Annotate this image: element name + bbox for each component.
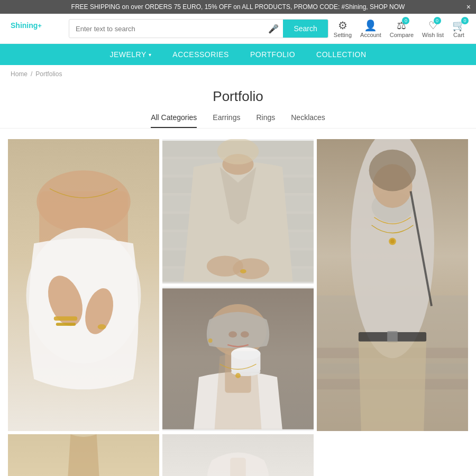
svg-point-23 <box>240 269 246 273</box>
microphone-icon[interactable]: 🎤 <box>264 24 283 34</box>
search-bar: 🎤 Search <box>69 19 328 38</box>
header: Shining+ 🎤 Search ⚙ Setting 👤 Account ⚖ … <box>0 14 476 44</box>
banner-text: FREE SHIPPING on over ORDERS 75 EURO, 15… <box>71 3 405 11</box>
logo-text: Shining <box>11 21 38 30</box>
svg-point-20 <box>217 139 259 164</box>
portfolio-item-1[interactable] <box>8 139 159 431</box>
svg-point-42 <box>228 331 237 337</box>
wishlist-label: Wish list <box>422 32 444 38</box>
tab-necklaces[interactable]: Necklaces <box>291 113 325 128</box>
page-title: Portfolio <box>0 88 476 105</box>
nav-accessories[interactable]: ACCESSORIES <box>172 50 229 59</box>
account-label: Account <box>360 32 381 38</box>
breadcrumb-separator: / <box>31 70 32 78</box>
portfolio-item-2[interactable] <box>162 139 314 283</box>
nav-portfolio-label: PORTFOLIO <box>250 50 295 59</box>
portfolio-item-4[interactable] <box>162 287 314 431</box>
account-icon: 👤 <box>364 19 377 32</box>
portfolio-item-3[interactable] <box>317 139 468 431</box>
svg-point-48 <box>208 338 213 343</box>
wishlist-icon: ♡ 0 <box>428 19 438 32</box>
svg-point-32 <box>369 150 416 191</box>
setting-label: Setting <box>334 32 352 38</box>
setting-action[interactable]: ⚙ Setting <box>334 19 352 38</box>
breadcrumb-current: Portfolios <box>35 70 62 78</box>
nav-accessories-label: ACCESSORIES <box>172 50 229 59</box>
portfolio-image-1 <box>8 139 159 431</box>
nav-collection[interactable]: COLLECTION <box>316 50 366 59</box>
search-input[interactable] <box>69 21 264 37</box>
cart-badge: 0 <box>461 17 469 24</box>
portfolio-item-6[interactable] <box>162 434 314 476</box>
svg-rect-7 <box>56 323 76 326</box>
wishlist-badge: 0 <box>434 17 441 24</box>
logo-plus: + <box>38 22 42 30</box>
svg-rect-35 <box>387 331 398 343</box>
svg-point-37 <box>390 239 395 243</box>
nav-jewelry-label: JEWELRY <box>109 50 146 59</box>
breadcrumb-home[interactable]: Home <box>11 70 28 78</box>
banner-close-button[interactable]: × <box>466 3 471 11</box>
cart-action[interactable]: 🛒 0 Cart <box>452 19 465 38</box>
nav-collection-label: COLLECTION <box>316 50 366 59</box>
tab-rings[interactable]: Rings <box>256 113 275 128</box>
svg-point-47 <box>235 373 241 378</box>
svg-point-8 <box>98 324 106 329</box>
cart-icon: 🛒 0 <box>452 19 465 32</box>
header-actions: ⚙ Setting 👤 Account ⚖ 0 Compare ♡ 0 Wish… <box>334 19 465 38</box>
jewelry-arrow-icon: ▾ <box>149 52 152 58</box>
portfolio-item-5[interactable] <box>8 434 159 476</box>
svg-point-43 <box>241 331 249 337</box>
portfolio-image-4 <box>162 287 314 431</box>
compare-icon: ⚖ 0 <box>397 19 406 32</box>
account-action[interactable]: 👤 Account <box>360 19 381 38</box>
compare-label: Compare <box>390 32 414 38</box>
compare-badge: 0 <box>402 17 409 24</box>
portfolio-grid <box>0 139 476 476</box>
svg-point-22 <box>233 258 269 279</box>
search-button[interactable]: Search <box>283 20 327 38</box>
portfolio-image-2 <box>162 139 314 283</box>
tab-earrings[interactable]: Earrings <box>213 113 240 128</box>
nav-portfolio[interactable]: PORTFOLIO <box>250 50 295 59</box>
compare-action[interactable]: ⚖ 0 Compare <box>390 19 414 38</box>
navbar: JEWELRY ▾ ACCESSORIES PORTFOLIO COLLECTI… <box>0 44 476 65</box>
filter-tabs: All Categories Earrings Rings Necklaces <box>0 113 476 129</box>
svg-rect-6 <box>54 316 77 321</box>
portfolio-image-3 <box>317 139 468 431</box>
portfolio-image-5 <box>8 434 159 476</box>
logo[interactable]: Shining+ <box>11 21 63 35</box>
portfolio-image-6 <box>162 434 314 476</box>
cart-label: Cart <box>453 32 464 38</box>
tab-all-categories[interactable]: All Categories <box>151 113 197 128</box>
top-banner: FREE SHIPPING on over ORDERS 75 EURO, 15… <box>0 0 476 14</box>
wishlist-action[interactable]: ♡ 0 Wish list <box>422 19 444 38</box>
setting-icon: ⚙ <box>338 19 347 32</box>
nav-jewelry[interactable]: JEWELRY ▾ <box>109 50 151 59</box>
breadcrumb: Home / Portfolios <box>0 65 476 83</box>
